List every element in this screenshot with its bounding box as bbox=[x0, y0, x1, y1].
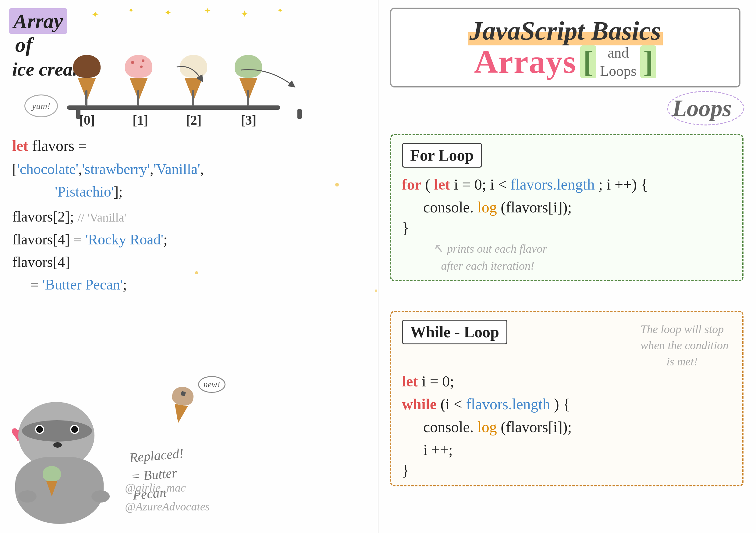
page: { "title": "JavaScript Basics Arrays and… bbox=[0, 0, 756, 533]
while-code-3: console. log (flavors[i]); bbox=[423, 416, 732, 439]
kw-while: while bbox=[402, 396, 437, 413]
js-basics-text: JavaScript Basics bbox=[468, 16, 663, 45]
divider bbox=[378, 0, 378, 533]
sparkle-5: ✦ bbox=[241, 9, 248, 19]
code-butter-pecan: 'Butter Pecan' bbox=[42, 277, 123, 293]
for-i-init: i = 0; i < bbox=[454, 176, 511, 193]
for-loop-code-1: for ( let i = 0; i < flavors.length ; i … bbox=[402, 173, 732, 196]
array-word: Array bbox=[9, 8, 67, 34]
code-chocolate: 'chocolate' bbox=[17, 161, 78, 177]
rack-div-1 bbox=[85, 90, 88, 105]
rack-leg-right bbox=[297, 109, 302, 119]
while-loop-section: While - Loop The loop will stopwhen the … bbox=[390, 311, 743, 486]
raccoon-icecream bbox=[43, 466, 61, 496]
loops-heading: Loops bbox=[672, 94, 732, 122]
for-comment-text: prints out each flavor after each iterat… bbox=[432, 242, 547, 272]
kw-let-1: let bbox=[12, 137, 28, 154]
main-title-box: JavaScript Basics Arrays [ andLoops ] bbox=[390, 8, 741, 88]
raccoon-mask bbox=[22, 420, 92, 441]
watermark-line1: @girlie_mac bbox=[125, 478, 210, 497]
code-line-7: = 'Butter Pecan'; bbox=[31, 273, 204, 296]
raccoon-nose bbox=[53, 442, 62, 448]
loops-oval bbox=[663, 88, 748, 128]
while-i-init: i = 0; bbox=[422, 373, 454, 390]
while-code-2: while (i < flavors.length ) { bbox=[402, 393, 732, 416]
code-strawberry: 'strawberry' bbox=[82, 161, 150, 177]
array-of: of bbox=[15, 33, 33, 56]
code-access-4: flavors[4] bbox=[12, 254, 70, 270]
raccoon-paw-left bbox=[18, 490, 37, 502]
code-line-4: flavors[2]; // 'Vanilla' bbox=[12, 205, 204, 228]
rack-div-4 bbox=[247, 90, 249, 105]
for-loop-comment: ↖ prints out each flavor after each iter… bbox=[432, 239, 732, 274]
for-paren-open: ( bbox=[425, 176, 430, 193]
sparkle-6: ✦ bbox=[277, 7, 283, 14]
for-loop-code-2: console. log (flavors[i]); bbox=[423, 196, 732, 219]
arrow-comment: ↖ bbox=[432, 241, 447, 256]
index-1: [1] bbox=[133, 113, 148, 128]
code-line-5: flavors[4] = 'Rocky Road'; bbox=[12, 228, 204, 251]
code-line-1: let flavors = bbox=[12, 134, 204, 158]
code-pistachio: 'Pistachio' bbox=[55, 183, 114, 200]
kw-let-for: let bbox=[434, 176, 450, 193]
code-line-2: ['chocolate','strawberry','Vanilla', bbox=[12, 158, 204, 180]
for-loop-title-text: For Loop bbox=[410, 147, 474, 164]
arrays-label: Arrays bbox=[474, 43, 577, 81]
while-close: } bbox=[402, 461, 732, 479]
rack-div-2 bbox=[137, 90, 139, 105]
new-label-text: new! bbox=[203, 380, 220, 389]
for-log: log bbox=[477, 199, 497, 216]
code-line-6: flavors[4] bbox=[12, 251, 204, 273]
while-loop-title-text: While - Loop bbox=[410, 323, 499, 341]
sparkle-3: ✦ bbox=[165, 8, 172, 18]
kw-for: for bbox=[402, 176, 421, 193]
for-loop-section: For Loop for ( let i = 0; i < flavors.le… bbox=[390, 134, 743, 281]
while-loop-header: While - Loop The loop will stopwhen the … bbox=[402, 320, 732, 370]
code-comment-vanilla: // 'Vanilla' bbox=[78, 211, 126, 224]
while-log-paren: (flavors[i]); bbox=[500, 418, 572, 436]
arrow-index3 bbox=[238, 67, 299, 92]
sparkle-1: ✦ bbox=[92, 9, 99, 20]
for-flavors-length: flavors.length bbox=[510, 176, 595, 193]
code-vanilla: 'Vanilla' bbox=[153, 161, 200, 177]
sparkle-2: ✦ bbox=[128, 6, 134, 14]
rack-bar bbox=[67, 105, 280, 110]
for-loop-title-box: For Loop bbox=[402, 143, 482, 168]
new-bubble: new! bbox=[198, 376, 226, 393]
index-3: [3] bbox=[241, 113, 256, 128]
dot-deco-3 bbox=[375, 289, 377, 292]
svg-point-0 bbox=[668, 92, 744, 125]
and-loops-text: andLoops bbox=[600, 43, 636, 80]
while-log: log bbox=[477, 418, 497, 436]
raccoon-paw-right bbox=[92, 490, 110, 502]
while-loop-title-box: While - Loop bbox=[402, 320, 507, 344]
icecream-deco-bottom bbox=[168, 385, 195, 425]
raccoon-eye-right bbox=[70, 425, 79, 434]
while-loop-annotation: The loop will stopwhen the condition is … bbox=[640, 321, 729, 370]
bracket-open: [ bbox=[580, 45, 596, 78]
dot-deco-2 bbox=[195, 271, 198, 274]
index-0: [0] bbox=[79, 113, 95, 128]
index-2: [2] bbox=[186, 113, 202, 128]
code-flavors-decl: flavors = bbox=[32, 137, 87, 154]
code-section-left: let flavors = ['chocolate','strawberry',… bbox=[12, 134, 204, 296]
yum-bubble: yum! bbox=[24, 94, 58, 117]
while-cond: (i < bbox=[440, 396, 466, 413]
code-rocky-road: 'Rocky Road' bbox=[85, 231, 163, 248]
for-log-paren: (flavors[i]); bbox=[500, 199, 572, 216]
while-console: console. bbox=[423, 418, 477, 436]
while-i-inc: i ++; bbox=[423, 441, 453, 458]
code-assign-rocky: flavors[4] = bbox=[12, 231, 85, 248]
while-brace-open: ) { bbox=[554, 396, 570, 413]
rack-div-3 bbox=[192, 90, 194, 105]
for-console: console. bbox=[423, 199, 477, 216]
code-bracket-open: [ bbox=[12, 161, 17, 177]
for-loop-close: } bbox=[402, 219, 732, 236]
kw-let-while: let bbox=[402, 373, 418, 390]
for-i-inc: ; i ++) { bbox=[599, 176, 648, 193]
bracket-close: ] bbox=[640, 45, 656, 78]
raccoon-eye-left bbox=[35, 425, 44, 434]
sparkle-4: ✦ bbox=[204, 6, 211, 15]
icecream-display: ✦ ✦ ✦ ✦ ✦ ✦ bbox=[67, 6, 311, 128]
yum-text: yum! bbox=[32, 101, 50, 111]
